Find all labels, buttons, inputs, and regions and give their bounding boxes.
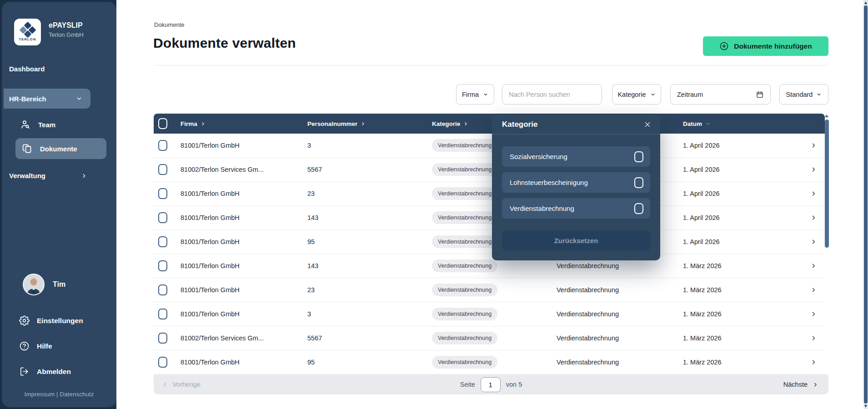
table-row[interactable]: 81001/Terlon GmbH 23 Verdienstabrechnung…	[154, 182, 825, 206]
table-row[interactable]: 81001/Terlon GmbH 143 Verdienstabrechnun…	[154, 254, 825, 278]
row-checkbox[interactable]	[158, 188, 167, 199]
sidebar-item-team[interactable]: Team	[20, 119, 55, 130]
row-chevron-icon[interactable]	[810, 263, 817, 269]
sidebar-item-dokumente[interactable]: Dokumente	[15, 138, 106, 159]
cell-datum: 1. März 2026	[683, 262, 722, 269]
row-checkbox[interactable]	[158, 212, 167, 223]
row-chevron-icon[interactable]	[810, 311, 817, 318]
select-all-checkbox[interactable]	[158, 118, 167, 129]
cell-personalnummer: 23	[307, 286, 315, 294]
popover-options: Sozialversicherung Lohnsteuerbescheinigu…	[492, 135, 660, 219]
row-chevron-icon[interactable]	[810, 287, 817, 294]
page-input[interactable]	[481, 377, 501, 392]
col-personalnummer[interactable]: Personalnummer	[307, 114, 366, 134]
category-badge: Verdienstabrechnung	[432, 332, 497, 344]
row-chevron-icon[interactable]	[810, 166, 817, 173]
row-checkbox[interactable]	[158, 357, 167, 368]
sidebar-item-abmelden[interactable]: Abmelden	[19, 366, 71, 377]
header-divider	[154, 65, 828, 65]
cell-dokument: Verdienstabrechnung	[557, 334, 619, 342]
filter-zeitraum[interactable]: Zeitraum	[670, 84, 771, 105]
table-row[interactable]: 81001/Terlon GmbH 95 Verdienstabrechnung…	[154, 350, 825, 374]
row-chevron-icon[interactable]	[810, 214, 817, 221]
row-checkbox[interactable]	[158, 260, 167, 271]
option-checkbox[interactable]	[634, 203, 643, 214]
category-badge: Verdienstabrechnung	[432, 259, 497, 272]
sidebar-item-hilfe[interactable]: Hilfe	[19, 341, 52, 351]
table-row[interactable]: 81001/Terlon GmbH 3 Verdienstabrechnung …	[154, 134, 825, 158]
table-row[interactable]: 81002/Terlon Services Gm... 5567 Verdien…	[154, 326, 825, 350]
abmelden-label: Abmelden	[37, 368, 71, 376]
close-icon[interactable]	[644, 121, 651, 128]
option-checkbox[interactable]	[634, 177, 643, 188]
category-badge: Verdienstabrechnung	[432, 139, 497, 152]
cell-dokument: Verdienstabrechnung	[557, 359, 619, 366]
sidebar-item-verwaltung[interactable]: Verwaltung	[9, 172, 87, 180]
zeitraum-label: Zeitraum	[677, 91, 703, 98]
row-chevron-icon[interactable]	[810, 239, 817, 245]
popover-title: Kategorie	[502, 120, 537, 129]
option-checkbox[interactable]	[634, 151, 643, 162]
row-checkbox[interactable]	[158, 284, 167, 295]
select-all-cell	[158, 114, 167, 134]
table-row[interactable]: 81001/Terlon GmbH 95 Verdienstabrechnung…	[154, 230, 825, 254]
kategorie-popover: Kategorie Sozialversicherung Lohnsteuerb…	[492, 115, 660, 260]
row-checkbox[interactable]	[158, 164, 167, 175]
filter-standard[interactable]: Standard	[779, 84, 828, 105]
page-label: Seite	[460, 381, 475, 388]
page-indicator: Seite von 5	[154, 377, 828, 392]
cell-personalnummer: 3	[307, 142, 311, 149]
filter-option[interactable]: Lohnsteuerbescheinigung	[502, 172, 650, 193]
logout-icon	[19, 366, 30, 377]
table-row[interactable]: 81001/Terlon GmbH 23 Verdienstabrechnung…	[154, 278, 825, 302]
page-scrollbar[interactable]	[863, 0, 868, 409]
row-checkbox[interactable]	[158, 140, 167, 151]
filter-kategorie[interactable]: Kategorie	[612, 84, 661, 105]
row-checkbox[interactable]	[158, 309, 167, 319]
cell-personalnummer: 5567	[307, 334, 322, 342]
next-button[interactable]: Nächste	[783, 381, 818, 388]
dokumente-label: Dokumente	[40, 145, 77, 153]
sort-icon	[361, 121, 366, 126]
breadcrumb[interactable]: Dokumente	[154, 21, 184, 28]
sidebar-item-hr-bereich[interactable]: HR-Bereich	[4, 89, 90, 109]
reset-button[interactable]: Zurücksetzen	[502, 230, 650, 250]
sidebar-item-einstellungen[interactable]: Einstellungen	[19, 315, 83, 326]
col-firma[interactable]: Firma	[181, 114, 206, 134]
legal-links[interactable]: Impressum | Datenschutz	[2, 391, 116, 398]
page-scrollbar-thumb[interactable]	[864, 5, 868, 404]
table-row[interactable]: 81001/Terlon GmbH 3 Verdienstabrechnung …	[154, 302, 825, 326]
table-row[interactable]: 81001/Terlon GmbH 143 Verdienstabrechnun…	[154, 206, 825, 230]
filter-firma[interactable]: Firma	[456, 84, 494, 105]
add-documents-button[interactable]: Dokumente hinzufügen	[703, 36, 828, 56]
category-badge: Verdienstabrechnung	[432, 308, 497, 320]
search-input[interactable]	[509, 91, 595, 98]
cell-datum: 1. März 2026	[683, 359, 722, 366]
page-count: von 5	[506, 381, 522, 388]
cell-datum: 1. März 2026	[683, 334, 722, 342]
filter-option[interactable]: Verdienstabrechnung	[502, 198, 650, 219]
sidebar-item-dashboard[interactable]: Dashboard	[9, 65, 45, 73]
user-profile[interactable]: Tim	[23, 274, 65, 295]
row-checkbox[interactable]	[158, 236, 167, 247]
col-kategorie[interactable]: Kategorie	[432, 114, 468, 134]
cell-personalnummer: 3	[307, 310, 311, 318]
row-chevron-icon[interactable]	[810, 190, 817, 197]
row-chevron-icon[interactable]	[810, 142, 817, 149]
table-scrollbar[interactable]	[825, 114, 829, 375]
cell-firma: 81001/Terlon GmbH	[181, 142, 240, 149]
table-scrollbar-thumb[interactable]	[825, 120, 829, 248]
row-chevron-icon[interactable]	[810, 359, 817, 366]
scroll-down-arrow-icon[interactable]	[864, 405, 867, 408]
col-datum[interactable]: Datum	[683, 114, 711, 134]
chevron-down-icon	[483, 92, 488, 97]
filter-option[interactable]: Sozialversicherung	[502, 146, 650, 167]
row-chevron-icon[interactable]	[810, 335, 817, 342]
table-body: 81001/Terlon GmbH 3 Verdienstabrechnung …	[154, 134, 825, 374]
filter-person-search[interactable]	[502, 84, 602, 105]
scroll-up-arrow-icon[interactable]	[864, 1, 867, 4]
scroll-up-arrow-icon[interactable]	[825, 115, 828, 117]
popover-header: Kategorie	[492, 115, 660, 135]
row-checkbox[interactable]	[158, 333, 167, 344]
table-row[interactable]: 81002/Terlon Services Gm... 5567 Verdien…	[154, 158, 825, 182]
